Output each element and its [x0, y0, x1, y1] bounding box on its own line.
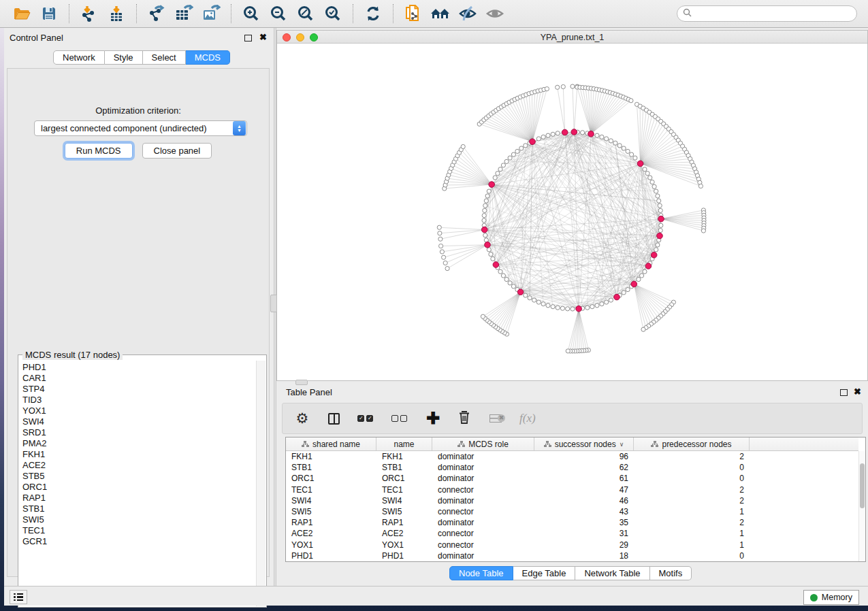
export-group [140, 0, 227, 27]
cell-role: connector [432, 507, 534, 516]
result-node-item[interactable]: YOX1 [22, 406, 256, 416]
memory-button[interactable]: Memory [803, 590, 859, 605]
scrollbar-thumb[interactable] [860, 463, 865, 508]
table-row[interactable]: RAP1RAP1dominator352 [286, 517, 858, 528]
cell-shared_name: SWI5 [286, 507, 376, 516]
result-node-item[interactable]: ACE2 [22, 460, 256, 471]
table-scrollbar[interactable] [858, 451, 865, 561]
result-scrollbar[interactable] [256, 361, 266, 606]
close-table-panel-icon[interactable]: ✖ [854, 386, 861, 397]
run-mcds-button[interactable]: Run MCDS [65, 143, 133, 159]
table-row[interactable]: YOX1YOX1connector291 [286, 540, 858, 550]
table-tab-node-table[interactable]: Node Table [449, 566, 513, 580]
criterion-select[interactable]: largest connected component (undirected)… [34, 120, 247, 136]
tab-network[interactable]: Network [53, 50, 105, 65]
table-tab-edge-table[interactable]: Edge Table [513, 566, 576, 580]
result-node-item[interactable]: TEC1 [22, 525, 256, 536]
show-details-button[interactable] [481, 2, 509, 25]
open-file-button[interactable] [8, 2, 35, 25]
result-node-item[interactable]: STB1 [22, 503, 256, 514]
cell-successors: 18 [534, 551, 634, 561]
hide-details-button[interactable] [454, 2, 481, 25]
delete-button[interactable] [457, 408, 472, 429]
column-header-successor-nodes[interactable]: successor nodes∨ [534, 437, 634, 450]
show-columns-button[interactable] [326, 408, 341, 429]
cell-role: dominator [432, 518, 534, 527]
tree-hierarchy-icon [651, 441, 658, 448]
table-row[interactable]: STB1STB1dominator620 [286, 462, 858, 473]
task-history-button[interactable] [10, 590, 27, 604]
column-header-predecessor-nodes[interactable]: predecessor nodes [634, 437, 750, 450]
export-table-button[interactable] [170, 2, 197, 25]
table-row[interactable]: TEC1TEC1connector472 [286, 484, 858, 495]
add-row-button[interactable]: ✚ [425, 408, 440, 429]
result-node-item[interactable]: SWI5 [22, 514, 256, 525]
table-tab-network-table[interactable]: Network Table [575, 566, 649, 580]
cell-name: YOX1 [376, 540, 432, 550]
network-canvas[interactable] [277, 44, 867, 380]
table-row[interactable]: SWI5SWI5connector431 [286, 506, 858, 517]
column-label: successor nodes [555, 440, 616, 449]
result-node-item[interactable]: STP4 [22, 384, 256, 395]
select-all-button[interactable] [357, 408, 375, 429]
float-table-panel-icon[interactable] [840, 389, 848, 396]
memory-label: Memory [822, 593, 852, 602]
close-panel-button[interactable]: Close panel [142, 143, 212, 159]
zoom-fit-button[interactable] [292, 2, 319, 25]
close-panel-icon[interactable]: ✖ [259, 32, 267, 42]
delete-table-button[interactable] [488, 408, 503, 429]
column-header-name[interactable]: name [376, 437, 432, 450]
network-titlebar[interactable]: YPA_prune.txt_1 [277, 31, 867, 44]
import-table-button[interactable] [103, 2, 130, 25]
home-button[interactable] [427, 2, 454, 25]
result-node-item[interactable]: STB5 [22, 471, 256, 482]
export-image-button[interactable] [197, 2, 225, 25]
table-row[interactable]: ORC1ORC1dominator610 [286, 473, 858, 484]
table-row[interactable]: SWI4SWI4dominator462 [286, 495, 858, 506]
import-network-button[interactable] [76, 2, 103, 25]
refresh-button[interactable] [359, 2, 387, 25]
result-node-item[interactable]: GCR1 [22, 536, 256, 547]
toolbar-search[interactable] [677, 5, 857, 22]
result-node-item[interactable]: PHD1 [22, 362, 256, 373]
result-node-item[interactable]: TID3 [22, 395, 256, 406]
cell-shared_name: PHD1 [286, 551, 376, 561]
zoom-in-button[interactable] [238, 2, 265, 25]
result-node-item[interactable]: PMA2 [22, 438, 256, 449]
column-header-MCDS-role[interactable]: MCDS role [432, 437, 534, 450]
result-node-item[interactable]: FKH1 [22, 449, 256, 460]
zoom-selected-button[interactable] [319, 2, 347, 25]
cell-predecessors: 1 [634, 507, 750, 516]
export-network-button[interactable] [143, 2, 170, 25]
tab-style[interactable]: Style [105, 50, 143, 65]
mcds-result-list[interactable]: PHD1CAR1STP4TID3YOX1SWI4SRD1PMA2FKH1ACE2… [19, 361, 256, 606]
result-node-item[interactable]: ORC1 [22, 482, 256, 493]
tab-select[interactable]: Select [143, 50, 186, 65]
result-node-item[interactable]: RAP1 [22, 493, 256, 503]
tab-mcds[interactable]: MCDS [186, 50, 230, 65]
float-panel-icon[interactable] [244, 35, 252, 42]
column-header-shared-name[interactable]: shared name [286, 437, 376, 450]
cell-successors: 31 [534, 529, 634, 538]
result-node-item[interactable]: CAR1 [22, 373, 256, 384]
result-node-item[interactable]: SRD1 [22, 427, 256, 438]
search-input[interactable] [696, 9, 851, 18]
export-network-icon [147, 5, 166, 22]
unselect-all-button[interactable] [391, 408, 409, 429]
cell-role: dominator [432, 496, 534, 506]
copy-network-button[interactable] [400, 2, 427, 25]
save-button[interactable] [35, 2, 63, 25]
unselect-all-icon [391, 412, 409, 425]
toolbar-separator [136, 4, 137, 23]
result-node-item[interactable]: SWI4 [22, 416, 256, 427]
import-group [73, 0, 133, 27]
zoom-out-button[interactable] [265, 2, 292, 25]
table-row[interactable]: PHD1PHD1dominator180 [286, 550, 858, 561]
cell-role: dominator [432, 463, 534, 472]
function-builder-button[interactable]: f(x) [519, 408, 536, 429]
table-settings-button[interactable]: ⚙ [295, 408, 310, 429]
table-tab-motifs[interactable]: Motifs [650, 566, 692, 580]
table-row[interactable]: ACE2ACE2connector311 [286, 528, 858, 539]
table-row[interactable]: FKH1FKH1dominator962 [286, 451, 858, 462]
import-table-icon [108, 5, 125, 22]
